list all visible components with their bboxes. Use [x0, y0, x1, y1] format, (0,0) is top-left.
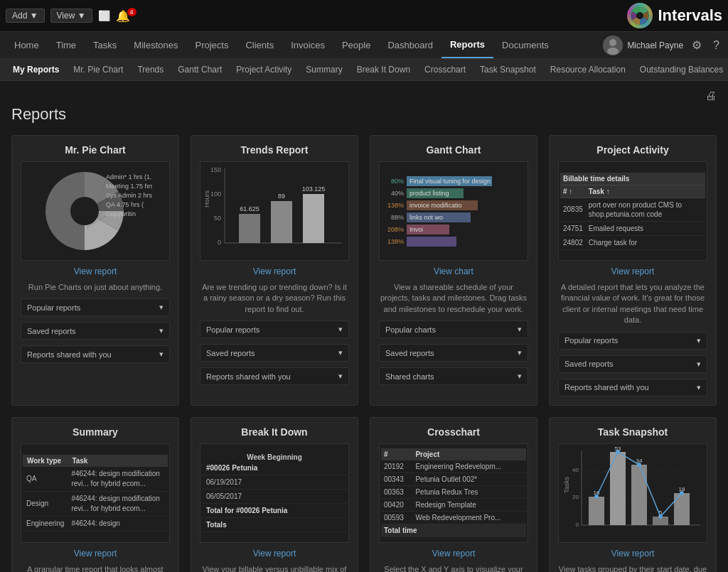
- gantt-popular-dropdown[interactable]: Popular charts▾: [379, 320, 528, 338]
- breakdown-row-5: Totals: [202, 518, 347, 532]
- breakdown-row-2: 06/19/2017: [202, 475, 347, 490]
- help-button[interactable]: ?: [710, 36, 722, 55]
- sub-nav-project-activity[interactable]: Project Activity: [229, 59, 299, 80]
- svg-text:20: 20: [572, 494, 579, 500]
- svg-text:100: 100: [210, 190, 221, 198]
- nav-invoices[interactable]: Invoices: [282, 33, 333, 58]
- crosschart-col-id: #: [381, 448, 412, 460]
- svg-point-49: [637, 463, 641, 467]
- nav-links: Home Time Tasks Milestones Projects Clie…: [6, 32, 557, 58]
- avatar: [603, 36, 623, 55]
- trends-shared-dropdown[interactable]: Reports shared with you▾: [200, 367, 349, 385]
- sub-nav-resource-allocation[interactable]: Resource Allocation: [543, 59, 633, 80]
- sub-nav-task-snapshot[interactable]: Task Snapshot: [473, 59, 543, 80]
- project-activity-desc: A detailed report that lets you analyze …: [558, 282, 707, 326]
- nav-time[interactable]: Time: [48, 33, 85, 58]
- report-card-project-activity: Project Activity Billable time details #…: [549, 135, 717, 406]
- gantt-saved-dropdown[interactable]: Saved reports▾: [379, 344, 528, 362]
- gantt-view-link[interactable]: View chart: [379, 266, 528, 276]
- mr-pie-shared-dropdown[interactable]: Reports shared with you▾: [21, 345, 170, 363]
- project-activity-view-link[interactable]: View report: [558, 266, 707, 276]
- mr-pie-view-link[interactable]: View report: [21, 266, 170, 276]
- view-button[interactable]: View ▼: [50, 9, 92, 23]
- top-bar-left: Add ▼ View ▼ ⬜ 🔔4: [6, 9, 139, 23]
- svg-point-50: [658, 514, 663, 519]
- sub-nav: My Reports Mr. Pie Chart Trends Gantt Ch…: [0, 59, 728, 81]
- summary-col-task: Task: [68, 455, 168, 467]
- sub-nav-crosschart[interactable]: Crosschart: [417, 59, 473, 80]
- mr-pie-saved-dropdown[interactable]: Saved reports▾: [21, 322, 170, 340]
- gantt-shared-dropdown[interactable]: Shared charts▾: [379, 367, 528, 385]
- breakdown-row-1: #00026 Petunia: [202, 461, 347, 475]
- svg-text:150: 150: [210, 166, 221, 173]
- trends-saved-dropdown[interactable]: Saved reports▾: [200, 344, 349, 362]
- nav-projects[interactable]: Projects: [186, 33, 237, 58]
- pa-saved-dropdown[interactable]: Saved reports▾: [558, 355, 707, 373]
- svg-point-47: [594, 495, 599, 499]
- pa-col-id: # ↑: [560, 185, 586, 198]
- print-icon[interactable]: 🖨: [705, 90, 717, 102]
- sub-nav-my-reports[interactable]: My Reports: [6, 59, 66, 80]
- add-button[interactable]: Add ▼: [6, 9, 45, 23]
- svg-rect-45: [674, 493, 690, 525]
- top-bar: Add ▼ View ▼ ⬜ 🔔4 Intervals: [0, 0, 728, 32]
- crosschart-view-link[interactable]: View report: [379, 549, 528, 558]
- pa-row-2: 24751 Emailed requests: [560, 221, 705, 235]
- nav-clients[interactable]: Clients: [237, 33, 282, 58]
- nav-people[interactable]: People: [333, 33, 379, 58]
- project-activity-title: Project Activity: [558, 144, 707, 156]
- sub-nav-outstanding-balances[interactable]: Outstanding Balances: [633, 59, 728, 80]
- sub-nav-trends[interactable]: Trends: [130, 59, 171, 80]
- notification-bell[interactable]: 🔔4: [116, 9, 139, 23]
- svg-text:89: 89: [278, 193, 285, 200]
- nav-reports[interactable]: Reports: [441, 32, 493, 58]
- crosschart-chart-area: # Project 20192 Engineering Redevelopm..…: [379, 443, 528, 543]
- svg-text:Admin* 1 hrs (1.52%): Admin* 1 hrs (1.52%): [106, 173, 152, 180]
- svg-text:Tasks: Tasks: [563, 476, 570, 493]
- svg-text:QA 4.75 hrs (: QA 4.75 hrs (: [106, 201, 144, 208]
- nav-documents[interactable]: Documents: [493, 33, 557, 58]
- breakdown-row-3: 06/05/2017: [202, 490, 347, 504]
- nav-milestones[interactable]: Milestones: [125, 33, 186, 58]
- trends-chart-svg: 150 100 50 0 Hours 61.625 89 103.125: [200, 165, 348, 257]
- pa-header: Billable time details: [560, 173, 705, 185]
- sub-nav-mr-pie-chart[interactable]: Mr. Pie Chart: [66, 59, 130, 80]
- nav-tasks[interactable]: Tasks: [85, 33, 125, 58]
- breakitdown-view-link[interactable]: View report: [200, 549, 349, 558]
- settings-button[interactable]: ⚙: [689, 36, 705, 55]
- svg-text:Meeting 1.75 hrs (2.6: Meeting 1.75 hrs (2.6: [106, 183, 152, 190]
- svg-rect-41: [631, 465, 647, 525]
- svg-text:Copywritin: Copywritin: [106, 210, 136, 217]
- task-snapshot-svg: Tasks 40 20 0 16: [559, 447, 707, 539]
- logo-text: Intervals: [658, 6, 723, 25]
- task-snapshot-desc: View tasks grouped by their start date, …: [558, 564, 707, 572]
- breakitdown-desc: View your billable versus unbillable mix…: [200, 564, 349, 572]
- summary-row-2: Design #46244: design modification revi.…: [23, 491, 168, 516]
- pa-shared-dropdown[interactable]: Reports shared with you▾: [558, 379, 707, 396]
- report-card-crosschart: Crosschart # Project 20192: [370, 417, 537, 572]
- pa-row-3: 24802 Charge task for: [560, 235, 705, 249]
- svg-point-5: [70, 197, 99, 225]
- svg-text:Sys Admin 2 hrs: Sys Admin 2 hrs: [106, 192, 152, 199]
- breakdown-col: Week Beginning: [202, 453, 347, 461]
- crosschart-row-4: 00420 Redesign Template: [381, 499, 526, 512]
- trends-view-link[interactable]: View report: [200, 266, 349, 276]
- mr-pie-popular-dropdown[interactable]: Popular reports▾: [21, 298, 170, 316]
- report-card-trends: Trends Report 150 100 50 0 Hours 61.: [191, 135, 358, 406]
- nav-dashboard[interactable]: Dashboard: [379, 33, 441, 58]
- logo-area: Intervals: [627, 3, 723, 28]
- summary-view-link[interactable]: View report: [21, 549, 170, 558]
- pie-chart-svg: Admin* 1 hrs (1.52%) Meeting 1.75 hrs (2…: [38, 165, 152, 257]
- sub-nav-break-it-down[interactable]: Break It Down: [350, 59, 417, 80]
- sub-nav-gantt-chart[interactable]: Gantt Chart: [171, 59, 229, 80]
- reports-grid-row1: Mr. Pie Chart: [11, 135, 717, 406]
- task-snapshot-view-link[interactable]: View report: [558, 549, 707, 558]
- pa-popular-dropdown[interactable]: Popular reports▾: [558, 332, 707, 350]
- summary-desc: A granular time report that looks almost…: [21, 564, 170, 572]
- sub-nav-summary[interactable]: Summary: [299, 59, 349, 80]
- svg-rect-27: [303, 194, 324, 243]
- breakitdown-chart-area: Week Beginning #00026 Petunia 06/19/2017…: [200, 443, 349, 543]
- trends-popular-dropdown[interactable]: Popular reports▾: [200, 320, 349, 338]
- svg-rect-25: [271, 201, 292, 243]
- nav-home[interactable]: Home: [6, 33, 48, 58]
